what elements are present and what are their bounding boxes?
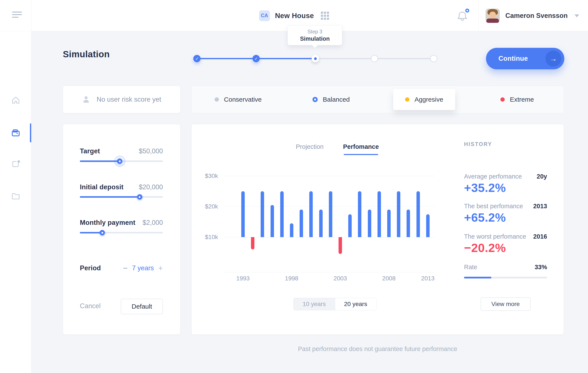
history-period: 20y — [537, 173, 547, 180]
period-decrease-button[interactable]: − — [123, 265, 128, 271]
chart-bar-2012 — [426, 214, 430, 237]
risk-level-selector: Conservative Balanced Aggresive Extreme — [191, 86, 564, 113]
x-axis-tick: 1993 — [236, 275, 250, 282]
history-period: 2016 — [533, 233, 547, 240]
chart-bar-1996 — [271, 205, 274, 237]
history-period: 2013 — [533, 203, 547, 210]
monthly-payment-value: $2,000 — [142, 219, 163, 226]
active-tab-underline — [344, 154, 378, 155]
sidebar — [0, 31, 32, 373]
monthly-payment-label: Monthly payment — [80, 219, 135, 226]
sidebar-item-projects[interactable] — [0, 154, 32, 173]
chart-bar-2005 — [358, 191, 361, 237]
cancel-link[interactable]: Cancel — [80, 302, 101, 310]
x-axis-tick: 2013 — [421, 275, 435, 282]
chart-bar-2003 — [338, 237, 342, 254]
user-name: Cameron Svensson — [505, 12, 567, 20]
initial-deposit-label: Initial deposit — [80, 183, 124, 191]
history-label: The best perfomance — [464, 203, 523, 210]
disclaimer-text: Past performance does not guarantee futu… — [191, 345, 564, 352]
slider-track[interactable] — [80, 196, 163, 198]
tab-projection[interactable]: Projection — [296, 143, 324, 150]
risk-score-card: No user risk score yet — [63, 86, 180, 113]
risk-option-highlight-card: Aggresive — [393, 89, 455, 110]
risk-score-text: No user risk score yet — [97, 96, 161, 103]
grid-apps-icon[interactable] — [321, 12, 329, 20]
tab-perfomance[interactable]: Perfomance — [343, 143, 379, 150]
conservative-dot-icon — [215, 97, 219, 102]
target-value: $50,000 — [139, 147, 163, 155]
continue-button[interactable]: Continue → — [486, 48, 564, 69]
step-4-todo[interactable] — [371, 55, 378, 62]
chart-bar-2004 — [348, 214, 352, 237]
page-title: Simulation — [63, 49, 110, 59]
wallet-icon — [11, 128, 21, 138]
risk-option-extreme[interactable]: Extreme — [471, 86, 564, 113]
step-tooltip-label: Simulation — [300, 35, 330, 42]
arrow-right-icon: → — [545, 51, 561, 66]
slider-track[interactable] — [80, 232, 163, 234]
history-worst-value: −20.2% — [464, 241, 506, 255]
risk-option-label: Balanced — [323, 96, 350, 103]
chart-bar-1999 — [300, 210, 303, 237]
risk-option-balanced[interactable]: Balanced — [284, 86, 378, 113]
divider — [32, 0, 32, 31]
initial-deposit-row: Initial deposit $20,000 — [80, 183, 163, 192]
initial-deposit-slider[interactable] — [80, 194, 163, 200]
sidebar-active-indicator — [30, 123, 31, 142]
sidebar-item-home[interactable] — [0, 91, 32, 110]
view-more-button[interactable]: View more — [481, 298, 531, 311]
history-label: The worst perfomance — [464, 233, 526, 240]
range-option-20-years[interactable]: 20 years — [335, 298, 377, 310]
period-label: Period — [80, 264, 101, 272]
step-3-current[interactable] — [312, 55, 319, 62]
chart-bar-2001 — [319, 210, 323, 237]
target-label: Target — [80, 147, 100, 155]
range-option-10-years[interactable]: 10 years — [294, 298, 335, 310]
rate-progress-bar — [464, 277, 547, 278]
risk-option-label: Extreme — [510, 96, 534, 103]
risk-option-aggresive[interactable]: Aggresive — [378, 86, 471, 113]
target-slider[interactable] — [80, 158, 163, 164]
slider-focus-halo — [114, 156, 125, 167]
workspace-title: New House — [275, 12, 314, 20]
default-button[interactable]: Default — [121, 299, 163, 314]
simulation-parameters-card: Target $50,000 Initial deposit $20,000 M… — [63, 124, 180, 335]
folder-icon — [11, 191, 21, 201]
history-average-value: +35.2% — [464, 181, 506, 195]
person-icon — [82, 96, 90, 104]
step-1-done[interactable]: ✓ — [193, 55, 200, 62]
x-axis-tick: 1998 — [285, 275, 298, 282]
notifications-button[interactable] — [456, 10, 469, 22]
step-2-done[interactable]: ✓ — [252, 55, 260, 62]
risk-option-label: Aggresive — [415, 96, 443, 103]
step-5-todo[interactable] — [430, 55, 437, 62]
chart-bar-1998 — [290, 223, 293, 237]
y-axis-tick: $20k — [192, 203, 218, 210]
period-value: 7 years — [132, 264, 154, 272]
monthly-payment-slider-handle[interactable] — [100, 230, 105, 235]
hamburger-icon[interactable] — [12, 11, 22, 20]
chart-plot: $30k$20k$10k19931998200320082013 — [224, 166, 434, 278]
chart-bar-1995 — [261, 191, 264, 237]
target-slider-handle[interactable] — [117, 159, 123, 164]
history-row-average: Average perfomance 20y — [464, 172, 547, 180]
chart-bar-1997 — [280, 191, 284, 237]
monthly-payment-row: Monthly payment $2,000 — [80, 218, 163, 227]
step-tooltip-step: Step 3 — [307, 29, 322, 35]
period-increase-button[interactable]: + — [158, 265, 163, 271]
monthly-payment-slider[interactable] — [80, 229, 163, 236]
rate-value: 33% — [535, 264, 547, 271]
rate-progress-fill — [464, 277, 491, 278]
chart-bar-2007 — [378, 191, 381, 237]
chart-bar-2008 — [387, 210, 391, 237]
history-row-rate: Rate 33% — [464, 263, 547, 271]
sidebar-item-folder[interactable] — [0, 186, 32, 205]
sidebar-item-wallet[interactable] — [0, 123, 32, 142]
extreme-dot-icon — [500, 97, 505, 102]
x-axis-tick: 2008 — [382, 275, 396, 282]
chart-bar-1993 — [241, 191, 245, 237]
initial-deposit-slider-handle[interactable] — [137, 194, 142, 200]
user-menu[interactable]: Cameron Svensson — [485, 9, 579, 23]
risk-option-conservative[interactable]: Conservative — [191, 86, 284, 113]
